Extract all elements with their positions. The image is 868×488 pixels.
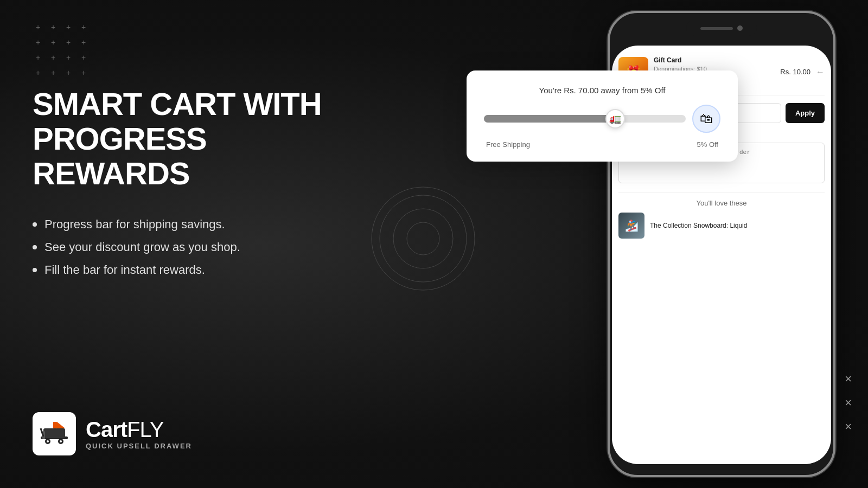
- logo-subtitle: QUICK UPSELL DRAWER: [86, 442, 192, 450]
- bullet-dot: [33, 222, 37, 227]
- progress-bar-fill: 🚛: [484, 115, 615, 123]
- svg-rect-1: [43, 428, 65, 438]
- bullet-item-1: Progress bar for shipping savings.: [33, 217, 358, 232]
- notch-line: [700, 27, 733, 30]
- left-content: SMART CART WITH PROGRESS REWARDS Progres…: [33, 87, 358, 310]
- cart-item-price: Rs. 10.00: [780, 68, 810, 76]
- x-icons-decoration: × × ×: [845, 372, 852, 434]
- cart-item-delete-icon[interactable]: ←: [816, 67, 825, 77]
- phone-notch: [686, 21, 757, 36]
- upsell-item-name: The Collection Snowboard: Liquid: [650, 222, 747, 229]
- main-heading: SMART CART WITH PROGRESS REWARDS: [33, 87, 358, 190]
- svg-point-6: [47, 440, 49, 442]
- upsell-title: You'll love these: [618, 199, 825, 207]
- feature-list: Progress bar for shipping savings. See y…: [33, 217, 358, 277]
- x-icon-1: ×: [845, 372, 852, 386]
- svg-point-7: [60, 440, 62, 442]
- progress-bar-track: 🚛: [484, 115, 686, 123]
- upsell-section: You'll love these 🏂 The Collection Snowb…: [618, 192, 825, 239]
- bullet-item-3: Fill the bar for instant rewards.: [33, 263, 358, 277]
- svg-point-12: [380, 195, 467, 282]
- progress-end-icon: 🛍: [692, 105, 720, 133]
- logo-name: CartFLY: [86, 418, 192, 442]
- progress-thumb: 🚛: [605, 109, 625, 129]
- svg-point-13: [372, 187, 475, 290]
- bullet-dot: [33, 245, 37, 249]
- apply-coupon-button[interactable]: Apply: [786, 103, 825, 123]
- cart-item-name: Gift Card: [654, 56, 775, 64]
- x-icon-3: ×: [845, 420, 852, 434]
- bullet-item-2: See your discount grow as you shop.: [33, 240, 358, 254]
- svg-rect-9: [53, 422, 57, 428]
- milestone-right: 5% Off: [697, 140, 718, 149]
- circles-decoration: [369, 184, 477, 293]
- milestone-left: Free Shipping: [486, 140, 530, 149]
- progress-label: You're Rs. 70.00 away from 5% Off: [484, 86, 720, 95]
- plus-grid-decoration: + + + + + + + + + + + + + + + +: [33, 22, 89, 78]
- notch-camera: [737, 25, 743, 31]
- progress-card: You're Rs. 70.00 away from 5% Off 🚛 🛍 Fr…: [467, 70, 738, 162]
- svg-point-10: [407, 222, 439, 255]
- upsell-item: 🏂 The Collection Snowboard: Liquid: [618, 213, 825, 239]
- upsell-item-image: 🏂: [618, 213, 644, 239]
- cartfly-logo-svg: [38, 418, 71, 450]
- progress-milestones: Free Shipping 5% Off: [484, 140, 720, 149]
- logo-icon: [33, 412, 76, 455]
- logo-area: CartFLY QUICK UPSELL DRAWER: [33, 412, 192, 455]
- x-icon-2: ×: [845, 396, 852, 410]
- progress-bar-container: 🚛 🛍: [484, 105, 720, 133]
- svg-marker-8: [57, 422, 65, 428]
- logo-text: CartFLY QUICK UPSELL DRAWER: [86, 418, 192, 450]
- bullet-dot: [33, 268, 37, 272]
- svg-point-11: [393, 209, 453, 268]
